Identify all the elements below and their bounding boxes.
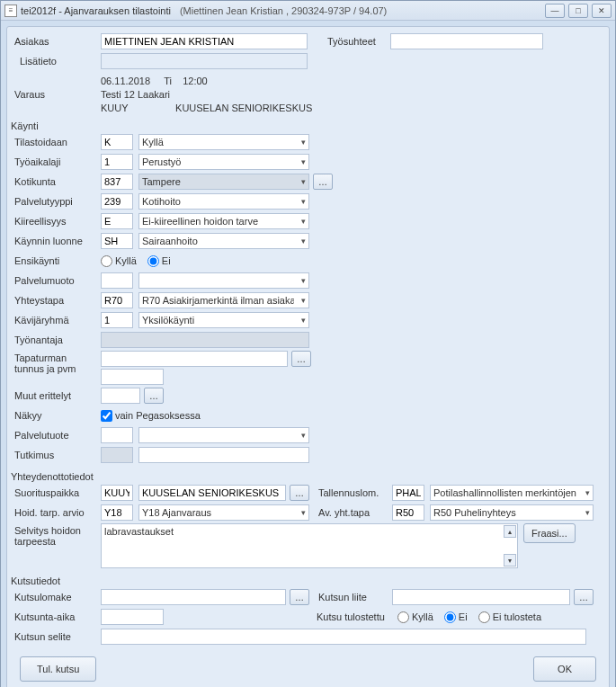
kutsun-liite-browse-button[interactable]: … (574, 589, 594, 605)
nakyy-label: Näkyy (14, 410, 101, 421)
close-button[interactable]: ✕ (592, 4, 612, 18)
yhteydenotto-section-header: Yhteydenottotiedot (11, 471, 602, 482)
palvelumuoto-select[interactable] (138, 272, 309, 289)
kutsulomake-label: Kutsulomake (14, 592, 101, 602)
palvelutuote-code[interactable] (101, 427, 133, 443)
window-title: tei2012f - Ajanvarauksen tilastointi (21, 5, 171, 16)
varaus-doctor: Testi 12 Laakari (101, 89, 602, 100)
asiakas-field[interactable] (101, 33, 308, 49)
kaynti-section-header: Käynti (11, 120, 602, 131)
ensikaynti-label: Ensikäynti (14, 255, 101, 266)
tulostettu-no-radio[interactable]: Ei (444, 611, 468, 623)
av-yht-tapa-select[interactable]: R50 Puhelinyhteys (430, 504, 594, 521)
tilastoidaan-select[interactable]: Kyllä (138, 134, 309, 150)
varaus-label: Varaus (14, 89, 101, 100)
kaynnin-luonne-label: Käynnin luonne (14, 236, 101, 246)
kutsun-selite-label: Kutsun selite (14, 631, 101, 642)
hoid-tarp-code[interactable] (101, 504, 133, 521)
kutsun-liite-field[interactable] (392, 589, 570, 605)
kotikunta-label: Kotikunta (14, 176, 101, 187)
kiireellisyys-label: Kiireellisyys (14, 216, 101, 227)
muut-erittelyt-field[interactable] (101, 388, 140, 404)
hoid-tarp-label: Hoid. tarp. arvio (14, 507, 101, 518)
window-subtitle: (Miettinen Jean Kristian , 290324-973P /… (180, 5, 387, 16)
muut-erittelyt-label: Muut erittelyt (14, 390, 101, 401)
asiakas-label: Asiakas (14, 36, 101, 47)
tulostettu-noprint-radio[interactable]: Ei tulosteta (478, 611, 541, 623)
palvelutyyppi-code[interactable] (101, 193, 133, 210)
suorituspaikka-label: Suorituspaikka (14, 487, 101, 498)
nakyy-checkbox[interactable]: vain Pegasoksessa (101, 410, 201, 422)
kutsunta-aika-label: Kutsunta-aika (14, 611, 101, 622)
tul-kutsu-button[interactable]: Tul. kutsu (20, 656, 96, 682)
palvelutyyppi-label: Palvelutyyppi (14, 196, 101, 207)
kavijaryhma-select[interactable]: Yksilökäynti (138, 312, 309, 328)
kiireellisyys-code[interactable] (101, 213, 133, 229)
palvelumuoto-code[interactable] (101, 272, 133, 289)
yhteystapa-code[interactable] (101, 292, 133, 308)
yhteystapa-label: Yhteystapa (14, 295, 101, 306)
kotikunta-code[interactable] (101, 174, 133, 190)
kutsun-selite-field[interactable] (101, 629, 586, 645)
lisatieto-field[interactable] (101, 53, 308, 69)
tutkimus-code[interactable] (101, 447, 133, 463)
suorituspaikka-browse-button[interactable]: … (290, 485, 309, 501)
varaus-datetime: 06.11.2018 Ti 12:00 (101, 76, 602, 86)
kaynnin-luonne-code[interactable] (101, 233, 133, 249)
kavijaryhma-label: Kävijäryhmä (14, 315, 101, 326)
lisatieto-label: Lisätieto (14, 56, 101, 67)
tallennuslom-code[interactable] (392, 485, 424, 501)
tapaturma-browse-button[interactable]: … (291, 351, 311, 367)
muut-erittelyt-browse-button[interactable]: … (144, 388, 164, 404)
tulostettu-yes-radio[interactable]: Kyllä (397, 611, 433, 623)
kutsunta-aika-field[interactable] (101, 609, 164, 625)
kavijaryhma-code[interactable] (101, 312, 133, 328)
palvelutyyppi-select[interactable]: Kotihoito (138, 193, 309, 210)
tallennuslom-select[interactable]: Potilashallinnollisten merkintöjen näky (430, 485, 594, 501)
tyosuhteet-label: Työsuhteet (327, 36, 390, 47)
palvelutuote-select[interactable] (138, 427, 309, 443)
selvitys-label: Selvitys hoidon tarpeesta (14, 523, 101, 547)
ensikaynti-yes-radio[interactable]: Kyllä (101, 255, 137, 267)
fraasi-button[interactable]: Fraasi... (523, 523, 576, 543)
titlebar: ≡ tei2012f - Ajanvarauksen tilastointi (… (1, 1, 615, 21)
selvitys-textarea[interactable]: labravastaukset ▴ ▾ (101, 523, 518, 568)
tyoaikalaji-code[interactable] (101, 154, 133, 170)
kutsu-tulostettu-label: Kutsu tulostettu (317, 611, 397, 622)
kotikunta-select[interactable]: Tampere (138, 174, 309, 190)
suorituspaikka-code[interactable] (101, 485, 133, 501)
maximize-button[interactable]: □ (568, 4, 588, 18)
yhteystapa-select[interactable]: R70 Asiakirjamerkintä ilman asiakaskonta (138, 292, 309, 308)
scroll-up-icon[interactable]: ▴ (504, 525, 516, 538)
tyonantaja-label: Työnantaja (14, 335, 101, 345)
tallennuslom-label: Tallennuslom. (318, 487, 392, 498)
palvelutuote-label: Palvelutuote (14, 430, 101, 441)
tapaturma-pvm-field[interactable] (101, 369, 164, 385)
minimize-button[interactable]: — (545, 4, 565, 18)
document-icon: ≡ (4, 4, 17, 17)
kutsun-liite-label: Kutsun liite (318, 592, 392, 602)
ensikaynti-no-radio[interactable]: Ei (147, 255, 171, 267)
varaus-location: KUUY KUUSELAN SENIORIKESKUS (101, 103, 602, 113)
suorituspaikka-text[interactable] (138, 485, 286, 501)
palvelumuoto-label: Palvelumuoto (14, 275, 101, 286)
kutsulomake-field[interactable] (101, 589, 286, 605)
tutkimus-label: Tutkimus (14, 450, 101, 460)
tapaturma-tunnus-field[interactable] (101, 351, 288, 367)
kaynnin-luonne-select[interactable]: Sairaanhoito (138, 233, 309, 249)
hoid-tarp-select[interactable]: Y18 Ajanvaraus (138, 504, 309, 521)
tyoaikalaji-select[interactable]: Perustyö (138, 154, 309, 170)
tilastoidaan-code[interactable] (101, 134, 133, 150)
ok-button[interactable]: OK (533, 656, 596, 682)
kotikunta-browse-button[interactable]: … (313, 174, 333, 190)
tyonantaja-field[interactable] (101, 332, 309, 348)
tyosuhteet-field[interactable] (390, 33, 543, 49)
kutsulomake-browse-button[interactable]: … (290, 589, 309, 605)
av-yht-tapa-code[interactable] (392, 504, 424, 521)
kiireellisyys-select[interactable]: Ei-kiireellinen hoidon tarve (138, 213, 309, 229)
tutkimus-field[interactable] (138, 447, 309, 463)
av-yht-tapa-label: Av. yht.tapa (318, 507, 392, 518)
kutsu-section-header: Kutsutiedot (11, 575, 602, 586)
tyoaikalaji-label: Työaikalaji (14, 156, 101, 167)
scroll-down-icon[interactable]: ▾ (504, 554, 516, 567)
